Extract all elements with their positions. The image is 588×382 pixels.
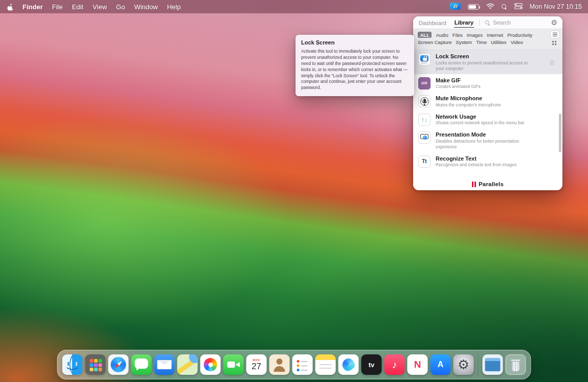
dock-reminders-icon[interactable]	[292, 354, 313, 375]
dock-contacts-icon[interactable]	[269, 354, 290, 375]
category-screen-capture[interactable]: Screen Capture	[418, 39, 452, 45]
dock-facetime-icon[interactable]	[223, 354, 244, 375]
apple-menu-icon[interactable]	[6, 3, 18, 11]
tool-title: Network Usage	[436, 114, 557, 120]
wifi-icon[interactable]	[486, 3, 494, 11]
dock-freeform-icon[interactable]	[338, 354, 359, 375]
recognize-text-icon: Tt	[418, 155, 431, 168]
parallels-toolbox-menubar-icon[interactable]	[450, 3, 461, 11]
menu-bar-clock[interactable]: Mon Nov 27 10:15	[530, 3, 582, 10]
dock-minimized-window-icon[interactable]	[483, 354, 503, 375]
dock: NOV 27 tv ♪ N A ⚙	[57, 350, 531, 379]
music-note-icon: ♪	[392, 359, 397, 370]
tool-title: Recognize Text	[436, 155, 557, 162]
category-images[interactable]: Images	[467, 32, 483, 38]
panel-scrollbar[interactable]	[559, 114, 561, 152]
dock-calendar-icon[interactable]: NOV 27	[246, 354, 267, 375]
tooltip-title: Lock Screen	[301, 39, 409, 46]
search-input[interactable]	[493, 19, 534, 26]
control-center-icon[interactable]	[514, 3, 523, 11]
dock-settings-icon[interactable]: ⚙	[454, 354, 474, 375]
tool-title: Make GIF	[436, 77, 557, 83]
parallels-toolbox-panel: Dashboard Library ⚙ ALL Audio Files Imag…	[413, 16, 562, 190]
dock-finder-icon[interactable]	[62, 354, 83, 375]
tool-title: Presentation Mode	[436, 131, 557, 138]
dock-launchpad-icon[interactable]	[85, 354, 106, 375]
spotlight-search-icon[interactable]	[502, 4, 507, 10]
category-productivity[interactable]: Productivity	[507, 32, 532, 38]
tool-desc: Mutes the computer's microphone	[436, 102, 535, 108]
dock-news-icon[interactable]: N	[408, 354, 428, 375]
category-video[interactable]: Video	[511, 39, 523, 45]
microphone-icon	[418, 95, 431, 107]
brand-text: Parallels	[479, 181, 504, 187]
menu-window[interactable]: Window	[129, 3, 162, 11]
menu-bar: Finder File Edit View Go Window Help Mon…	[0, 0, 588, 13]
lock-icon	[418, 53, 431, 65]
category-audio[interactable]: Audio	[436, 32, 448, 38]
dock-notes-icon[interactable]	[315, 354, 336, 375]
tool-list: Lock Screen Locks screen to prevent unau…	[413, 50, 562, 170]
tool-desc: Locks screen to prevent unauthorized acc…	[436, 60, 535, 72]
tool-row-mute-microphone[interactable]: Mute Microphone Mutes the computer's mic…	[413, 92, 562, 110]
dock-trash-icon[interactable]	[506, 354, 526, 375]
gif-icon: GIF	[418, 77, 431, 89]
tool-desc: Recognizes and extracts text from images	[436, 162, 535, 168]
list-view-icon[interactable]	[551, 31, 559, 38]
settings-gear-icon: ⚙	[458, 358, 469, 371]
menu-help[interactable]: Help	[163, 3, 186, 11]
search-box[interactable]	[485, 19, 551, 26]
dock-music-icon[interactable]: ♪	[385, 354, 405, 375]
tab-library[interactable]: Library	[454, 17, 474, 28]
tool-row-lock-screen[interactable]: Lock Screen Locks screen to prevent unau…	[413, 50, 562, 74]
tool-title: Mute Microphone	[436, 95, 557, 101]
tool-row-network-usage[interactable]: ↑↓ Network Usage Shows current network s…	[413, 110, 562, 129]
menu-file[interactable]: File	[48, 3, 67, 11]
dock-divider	[478, 354, 479, 375]
app-menu-finder[interactable]: Finder	[18, 3, 48, 11]
dock-maps-icon[interactable]	[177, 354, 198, 375]
tooltip-body: Activate this tool to immediately lock y…	[301, 49, 409, 91]
menu-go[interactable]: Go	[111, 3, 129, 11]
search-icon	[485, 20, 490, 25]
tab-dashboard[interactable]: Dashboard	[418, 18, 447, 28]
gear-icon[interactable]: ⚙	[551, 19, 557, 26]
grid-view-icon[interactable]	[551, 39, 559, 46]
dock-appstore-icon[interactable]: A	[431, 354, 451, 375]
network-arrows-icon: ↑↓	[418, 114, 431, 126]
tool-row-recognize-text[interactable]: Tt Recognize Text Recognizes and extract…	[413, 152, 562, 171]
category-files[interactable]: Files	[453, 32, 463, 38]
category-system[interactable]: System	[456, 39, 472, 45]
header-separator	[479, 19, 480, 26]
calendar-day: 27	[252, 362, 261, 371]
dock-appletv-icon[interactable]: tv	[361, 354, 382, 375]
dock-messages-icon[interactable]	[131, 354, 152, 375]
tool-desc: Creates animated GIFs	[436, 84, 535, 89]
dock-mail-icon[interactable]	[154, 354, 175, 375]
tool-desc: Shows current network speed in the menu …	[436, 120, 535, 126]
dock-safari-icon[interactable]	[108, 354, 129, 375]
lock-screen-tooltip: Lock Screen Activate this tool to immedi…	[296, 35, 414, 96]
tool-row-presentation-mode[interactable]: Presentation Mode Disables distractions …	[413, 128, 562, 152]
favorite-star-icon[interactable]: ☆	[549, 58, 555, 66]
desktop: Finder File Edit View Go Window Help Mon…	[0, 0, 588, 382]
tool-row-make-gif[interactable]: GIF Make GIF Creates animated GIFs	[413, 74, 562, 93]
menu-edit[interactable]: Edit	[67, 3, 88, 11]
tool-desc: Disables distractions for better present…	[436, 139, 535, 150]
tool-title: Lock Screen	[436, 53, 544, 59]
panel-header: Dashboard Library ⚙	[413, 16, 562, 29]
category-all[interactable]: ALL	[418, 32, 432, 38]
category-time[interactable]: Time	[476, 39, 487, 45]
battery-icon[interactable]	[468, 4, 479, 10]
menu-view[interactable]: View	[88, 3, 111, 11]
dock-photos-icon[interactable]	[200, 354, 221, 375]
parallels-brand: Parallels	[413, 181, 562, 187]
category-internet[interactable]: Internet	[487, 32, 503, 38]
category-filters: ALL Audio Files Images Internet Producti…	[413, 29, 562, 50]
parallels-logo-icon	[472, 182, 476, 187]
presentation-screen-icon	[418, 131, 431, 144]
category-utilities[interactable]: Utilities	[491, 39, 507, 45]
